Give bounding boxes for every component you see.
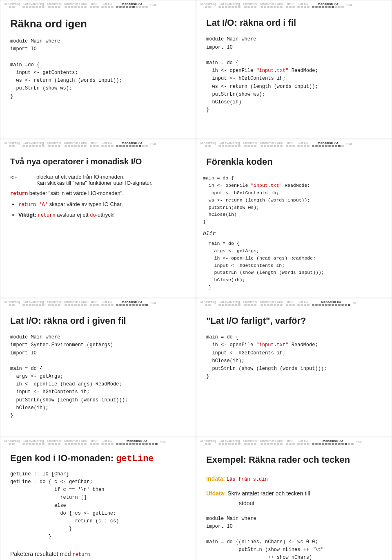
- dot: [105, 6, 107, 8]
- dot: [132, 443, 135, 445]
- dot: [129, 443, 131, 445]
- dot: [55, 443, 57, 445]
- nav6-inut: In/ut: [286, 300, 295, 306]
- slide-4-header: Senast/dag Lat evaluering Strömmar Ström…: [196, 139, 392, 149]
- nav6-monadisk-label: Monadisk I/O: [321, 300, 341, 304]
- dot: [351, 443, 354, 445]
- slide-2-nav: Senast/dag Lat evaluering Strömmar Ström…: [200, 2, 352, 8]
- slide-3-op-section: <- plockar ut ett värde från IO-monaden.…: [10, 174, 186, 186]
- dot: [58, 443, 60, 445]
- nav6-inut-label: In/ut: [287, 300, 294, 304]
- dot: [78, 145, 80, 147]
- dot: [122, 145, 125, 147]
- dot: [228, 145, 231, 147]
- nav8-strommar: Strömmar: [243, 439, 257, 445]
- dot: [247, 304, 250, 306]
- slide-5-content: module Main where import System.Environm…: [0, 330, 196, 426]
- nav5-inut-label: In/ut: [91, 300, 98, 304]
- nav7-unix-label: Strömmar i Unix: [64, 439, 87, 443]
- dot: [142, 145, 145, 147]
- dot: [29, 6, 31, 8]
- dot: [289, 6, 292, 8]
- nav7-slut: Slut: [160, 440, 166, 444]
- utdata-label: Utdata:: [206, 490, 226, 497]
- dot: [301, 304, 303, 306]
- dot: [328, 304, 331, 306]
- bullet-2-do: do: [90, 213, 96, 218]
- nav5-slut: Slut: [150, 301, 156, 305]
- dot: [247, 443, 250, 445]
- nav5-inut: In/ut: [90, 300, 99, 306]
- dot: [68, 304, 70, 306]
- dot: [139, 304, 141, 306]
- slide-5-title: Lat I/O: räkna ord i given fil: [0, 308, 196, 330]
- dot: [301, 145, 303, 147]
- slide-6: Senast/dag Lat evaluering Strömmar Ström…: [196, 298, 392, 437]
- dot: [307, 6, 310, 8]
- dot: [238, 304, 241, 306]
- dot: [315, 304, 318, 306]
- dot: [108, 145, 110, 147]
- dot: [32, 145, 35, 147]
- nav-senast-label: Senast/dag: [4, 2, 20, 6]
- dot: [277, 6, 279, 8]
- dot-active: [132, 6, 135, 8]
- nav4-strommar: Strömmar: [243, 141, 257, 147]
- dot: [280, 6, 283, 8]
- dot: [205, 304, 207, 306]
- nav5-unix: Strömmar i Unix: [64, 300, 87, 306]
- dot: [42, 145, 45, 147]
- nav-inut-dots: [90, 6, 99, 8]
- dot: [332, 304, 334, 306]
- dot: [274, 443, 276, 445]
- dot: [307, 145, 310, 147]
- dot: [105, 304, 107, 306]
- dot: [42, 304, 45, 306]
- slide-4-nav: Senast/dag Lat evaluering Strömmar Ström…: [200, 141, 352, 147]
- slide-6-content: main = do { ih <- openFile "input.txt" R…: [196, 330, 392, 387]
- nav-inut-label: In/ut: [91, 2, 98, 6]
- nav5-monadisk-label: Monadisk I/O: [122, 300, 142, 304]
- nav4-monadisk-label: Monadisk I/O: [318, 141, 338, 145]
- dot: [286, 6, 288, 8]
- nav2-slut: Slut: [346, 3, 352, 7]
- dot: [225, 304, 227, 306]
- dot: [244, 304, 247, 306]
- dot: [205, 6, 207, 8]
- dot: [105, 145, 107, 147]
- nav7-latio: Lat I/O: [101, 439, 114, 445]
- dot: [26, 6, 28, 8]
- dot: [286, 443, 288, 445]
- nav-monadisk-dots: [116, 6, 148, 8]
- dot: [26, 443, 28, 445]
- nav-strommar: Strömmar: [47, 2, 61, 8]
- nav4-strommar-label: Strömmar: [243, 141, 257, 145]
- dot: [101, 145, 104, 147]
- dot: [32, 443, 35, 445]
- dot: [58, 6, 60, 8]
- nav-latio-dots: [101, 6, 114, 8]
- dot: [312, 304, 314, 306]
- dot: [29, 145, 31, 147]
- dot: [116, 145, 118, 147]
- slide-5: Senast/dag Lat evaluering Strömmar Ström…: [0, 298, 196, 437]
- dot: [142, 443, 145, 445]
- nav2-slut-label: Slut: [346, 3, 352, 7]
- dot: [129, 304, 131, 306]
- nav8-monadisk: Monadisk I/O: [312, 439, 354, 445]
- slide-3-operator: <-: [10, 174, 35, 186]
- dot-active: [338, 145, 341, 147]
- dot: [318, 145, 321, 147]
- dot: [270, 145, 273, 147]
- nav3-slut-label: Slut: [150, 142, 156, 146]
- dot: [267, 443, 270, 445]
- nav8-senast: Senast/dag: [200, 439, 216, 445]
- nav4-slut-label: Slut: [346, 142, 352, 146]
- dot-active: [145, 304, 148, 306]
- slide-8-nav: Senast/dag Lat evaluering Strömmar Ström…: [200, 439, 362, 445]
- nav2-lat: Lat evaluering: [218, 2, 241, 8]
- slide-1-header: Senast/dag Lat evaluering: [0, 0, 196, 10]
- dot: [116, 6, 118, 8]
- dot: [335, 443, 337, 445]
- nav3-latio: Lat I/O: [101, 141, 114, 147]
